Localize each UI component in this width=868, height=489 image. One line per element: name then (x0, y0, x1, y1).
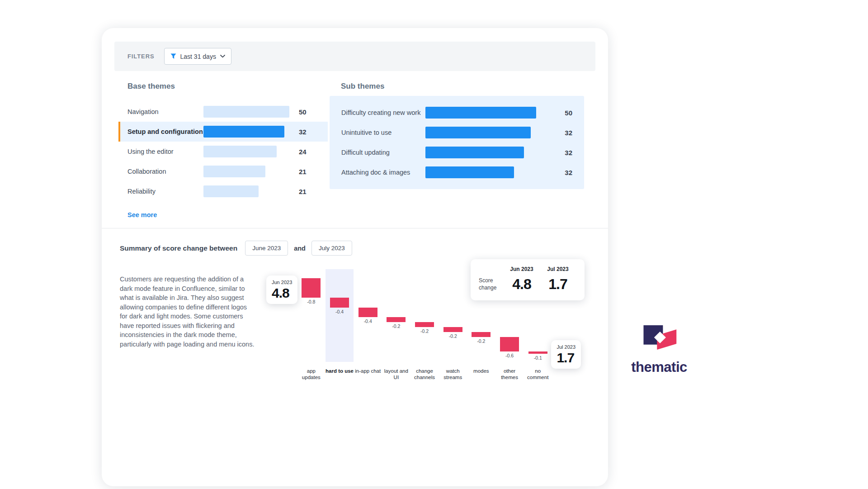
base-theme-row[interactable]: Setup and configuration 32 (118, 122, 328, 142)
waterfall-bar[interactable] (330, 298, 349, 308)
brand-logo: thematic (627, 318, 691, 375)
sub-theme-bar-track (425, 147, 536, 158)
base-theme-row[interactable]: Collaboration 21 (118, 161, 328, 181)
waterfall-category-label: modes (467, 368, 495, 374)
waterfall-chart: Jun 2023 4.8 -0.8 app updates (266, 266, 585, 391)
base-theme-row[interactable]: Reliability 21 (118, 181, 328, 201)
base-themes-list: Navigation 50 Setup and configuration 32… (118, 102, 328, 201)
base-themes-heading: Base themes (127, 82, 328, 91)
sub-theme-label: Attaching doc & images (341, 169, 425, 176)
sub-theme-row[interactable]: Difficult updating 32 (341, 142, 572, 162)
score-card-col1-header: Jun 2023 (502, 266, 541, 276)
summary-title: Summary of score change between (120, 244, 237, 252)
waterfall-category-label: change channels (410, 368, 439, 381)
waterfall-category-label: in-app chat (354, 368, 382, 374)
theme-label: Collaboration (127, 168, 203, 175)
sub-theme-bar-track (425, 107, 536, 119)
waterfall-category-label: app updates (297, 368, 326, 381)
waterfall-bar[interactable] (472, 332, 491, 337)
brand-name: thematic (627, 359, 691, 375)
see-more-link[interactable]: See more (127, 211, 157, 218)
start-score-period: Jun 2023 (272, 280, 292, 285)
sub-theme-label: Difficulty creating new work (341, 109, 425, 116)
waterfall-category-label: other themes (495, 368, 524, 381)
sub-theme-value: 32 (565, 149, 572, 157)
theme-bar (203, 106, 289, 118)
waterfall-bar[interactable] (528, 351, 547, 354)
waterfall-value-label: -0.4 (323, 309, 357, 314)
waterfall-bar[interactable] (387, 317, 406, 322)
score-change-card: Jun 2023 Jul 2023 Score change 4.8 1.7 (471, 259, 585, 300)
waterfall-value-label: -0.1 (521, 355, 555, 361)
theme-bar-track (203, 126, 289, 138)
waterfall-category-label: layout and UI (382, 368, 410, 381)
waterfall-category-label: watch streams (439, 368, 467, 381)
waterfall-column: -0.2 layout and UI (382, 269, 410, 381)
theme-label: Navigation (127, 108, 203, 115)
sub-theme-bar-track (425, 127, 536, 138)
waterfall-plot: -0.8 (297, 269, 326, 362)
waterfall-plot: -0.2 (382, 269, 410, 362)
theme-bar (203, 166, 265, 177)
sub-theme-row[interactable]: Difficulty creating new work 50 (341, 103, 572, 123)
theme-label: Reliability (127, 188, 203, 195)
score-card-value-2: 1.7 (541, 276, 575, 293)
sub-themes-list: Difficulty creating new work 50 Unintuit… (330, 96, 584, 189)
sub-theme-bar (425, 107, 536, 119)
date-from-selector[interactable]: June 2023 (245, 241, 288, 256)
selected-accent-bar (118, 122, 120, 142)
sub-theme-bar-track (425, 166, 536, 178)
end-score-period: Jul 2023 (557, 344, 576, 350)
summary-header: Summary of score change between June 202… (102, 228, 608, 256)
end-score-value: 1.7 (557, 350, 576, 366)
waterfall-bar[interactable] (359, 308, 377, 318)
theme-label: Using the editor (127, 148, 203, 155)
theme-value: 21 (299, 188, 307, 195)
sub-theme-value: 32 (565, 129, 572, 137)
theme-bar-track (203, 185, 289, 197)
waterfall-plot: -0.2 (410, 269, 439, 362)
thematic-logo-icon (640, 318, 678, 356)
waterfall-column: -0.8 app updates (297, 269, 326, 381)
waterfall-column: -0.4 in-app chat (354, 269, 382, 381)
waterfall-bar[interactable] (302, 278, 321, 298)
waterfall-plot: -0.4 (354, 269, 382, 362)
theme-value: 24 (299, 148, 307, 156)
theme-bar (203, 146, 277, 157)
sub-theme-bar (425, 127, 531, 138)
start-score-badge: Jun 2023 4.8 (266, 275, 297, 304)
date-range-dropdown[interactable]: Last 31 days (164, 48, 231, 65)
start-score-value: 4.8 (272, 285, 292, 301)
themes-section: Base themes Navigation 50 Setup and conf… (102, 82, 608, 219)
theme-label: Setup and configuration (127, 128, 203, 135)
end-score-badge: Jul 2023 1.7 (551, 340, 581, 369)
base-theme-row[interactable]: Navigation 50 (118, 102, 328, 122)
waterfall-value-label: -0.8 (294, 299, 328, 304)
sub-theme-label: Difficult updating (341, 149, 425, 156)
waterfall-column: -0.2 watch streams (439, 269, 467, 381)
waterfall-column: -0.2 change channels (410, 269, 439, 381)
and-label: and (294, 245, 306, 252)
waterfall-category-label: no comment (524, 368, 552, 381)
theme-bar (203, 126, 284, 138)
theme-bar (203, 185, 259, 197)
summary-body: Customers are requesting the addition of… (102, 256, 608, 391)
sub-theme-bar (425, 166, 514, 178)
sub-theme-row[interactable]: Attaching doc & images 32 (341, 162, 572, 182)
base-themes-panel: Base themes Navigation 50 Setup and conf… (114, 82, 328, 219)
waterfall-category-label: hard to use (326, 368, 354, 374)
waterfall-column: -0.4 hard to use (326, 269, 354, 381)
waterfall-bar[interactable] (415, 322, 434, 327)
score-card-label: Score change (479, 277, 500, 291)
theme-bar-track (203, 146, 289, 157)
page: FILTERS Last 31 days Base themes Navigat… (0, 0, 868, 489)
date-range-value: Last 31 days (180, 53, 216, 60)
waterfall-bar[interactable] (443, 327, 462, 332)
waterfall-bar[interactable] (500, 337, 519, 351)
theme-bar-track (203, 106, 289, 118)
base-theme-row[interactable]: Using the editor 24 (118, 142, 328, 161)
sub-theme-row[interactable]: Unintuitive to use 32 (341, 123, 572, 142)
date-to-selector[interactable]: July 2023 (311, 241, 352, 256)
waterfall-value-label: -0.2 (464, 338, 498, 344)
filter-funnel-icon (170, 53, 176, 59)
